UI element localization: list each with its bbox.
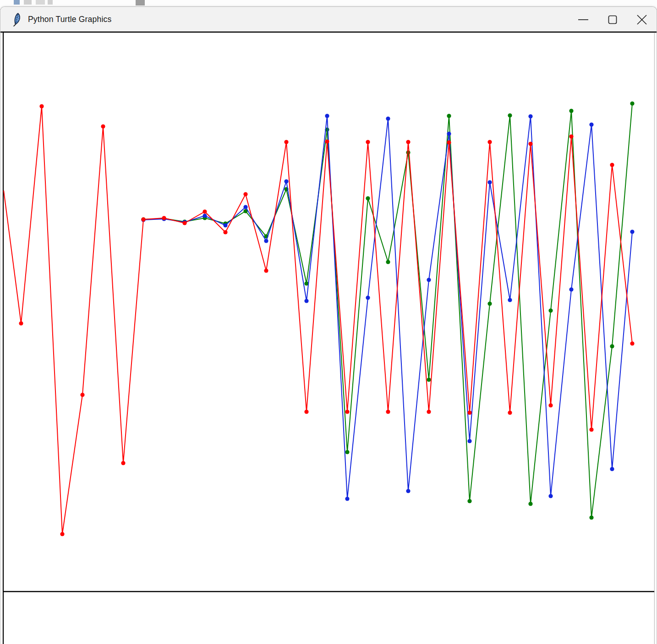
titlebar[interactable]: Python Turtle Graphics — [0, 7, 657, 32]
close-icon — [636, 14, 648, 26]
minimize-button[interactable] — [569, 7, 598, 32]
background-window-fragment — [36, 0, 45, 5]
close-button[interactable] — [627, 7, 657, 32]
background-window-fragment — [136, 0, 145, 5]
minimize-icon — [578, 14, 589, 25]
background-window-fragment — [14, 0, 20, 5]
turtle-graphics-window: Python Turtle Graphics — [0, 6, 657, 644]
background-window-fragment — [48, 0, 53, 5]
background-window-fragment — [24, 0, 32, 5]
maximize-icon — [607, 14, 618, 25]
turtle-canvas — [4, 33, 654, 644]
python-feather-icon — [11, 13, 22, 27]
window-controls — [569, 7, 657, 32]
maximize-button[interactable] — [598, 7, 627, 32]
window-title: Python Turtle Graphics — [28, 15, 111, 24]
